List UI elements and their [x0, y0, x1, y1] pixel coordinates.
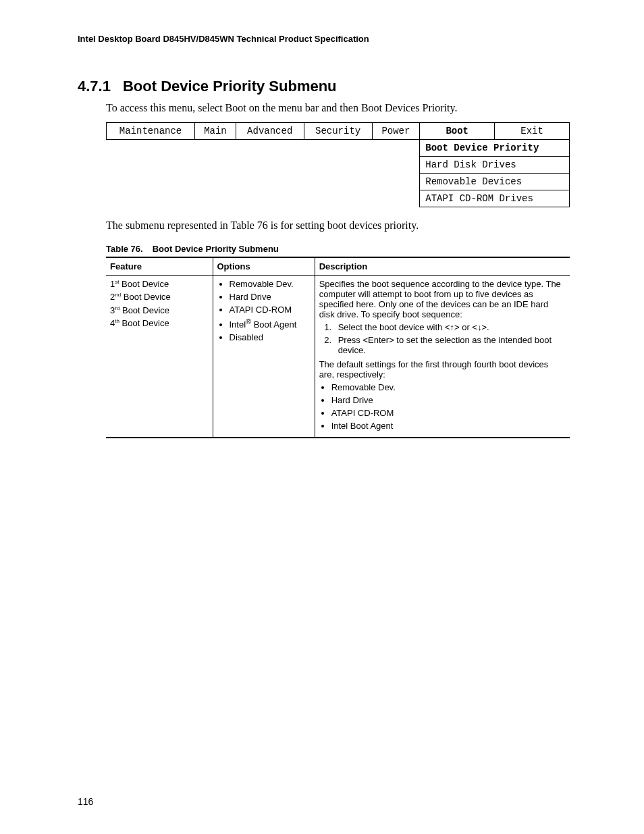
cell-options: Removable Dev. Hard Drive ATAPI CD-ROM I…	[213, 276, 315, 438]
after-menu-text: The submenu represented in Table 76 is f…	[106, 219, 570, 232]
submenu-atapi-cdrom: ATAPI CD-ROM Drives	[420, 190, 570, 207]
option-atapi-cdrom: ATAPI CD-ROM	[230, 305, 311, 315]
menu-tab-security: Security	[304, 123, 372, 140]
section-heading: 4.7.1Boot Device Priority Submenu	[78, 78, 570, 95]
default-atapi-cdrom: ATAPI CD-ROM	[331, 408, 566, 418]
option-disabled: Disabled	[230, 332, 311, 342]
menu-tab-boot: Boot	[420, 123, 495, 140]
menu-tab-main: Main	[195, 123, 236, 140]
section-number: 4.7.1	[78, 78, 111, 95]
feature-4-suffix: th	[115, 318, 119, 324]
col-header-description: Description	[315, 257, 570, 276]
col-header-feature: Feature	[106, 257, 213, 276]
table-caption-number: Table 76.	[106, 244, 143, 254]
col-header-options: Options	[213, 257, 315, 276]
bios-menu-bar: Maintenance Main Advanced Security Power…	[106, 122, 570, 207]
desc-step-2: Press <Enter> to set the selection as th…	[334, 335, 566, 355]
submenu-boot-device-priority: Boot Device Priority	[420, 140, 570, 157]
feature-2-label: Boot Device	[121, 292, 171, 303]
option-intel-boot-agent: Intel® Boot Agent	[230, 317, 311, 330]
desc-paragraph-2: The default settings for the first throu…	[319, 359, 566, 380]
submenu-removable-devices: Removable Devices	[420, 174, 570, 190]
desc-step-1: Select the boot device with <↑> or <↓>.	[334, 322, 566, 332]
intro-text: To access this menu, select Boot on the …	[106, 102, 570, 114]
menu-tab-exit: Exit	[495, 123, 570, 140]
table-caption-title: Boot Device Priority Submenu	[153, 244, 279, 254]
boot-device-priority-table: Feature Options Description 1st Boot Dev…	[106, 257, 570, 438]
page-number: 116	[78, 796, 93, 807]
section-title: Boot Device Priority Submenu	[123, 78, 337, 95]
table-caption: Table 76.Boot Device Priority Submenu	[106, 244, 570, 254]
menu-tab-advanced: Advanced	[236, 123, 304, 140]
cell-feature: 1st Boot Device 2nd Boot Device 3rd Boot…	[106, 276, 213, 438]
feature-3-label: Boot Device	[119, 305, 169, 315]
default-removable-dev: Removable Dev.	[331, 382, 566, 392]
table-row: 1st Boot Device 2nd Boot Device 3rd Boot…	[106, 276, 570, 438]
option-removable-dev: Removable Dev.	[230, 279, 311, 289]
feature-1-label: Boot Device	[119, 279, 169, 289]
option-hard-drive: Hard Drive	[230, 292, 311, 302]
default-hard-drive: Hard Drive	[331, 395, 566, 405]
menu-tab-power: Power	[372, 123, 420, 140]
running-header: Intel Desktop Board D845HV/D845WN Techni…	[78, 34, 570, 44]
cell-description: Specifies the boot sequence according to…	[315, 276, 570, 438]
menu-tab-maintenance: Maintenance	[107, 123, 195, 140]
submenu-hard-disk-drives: Hard Disk Drives	[420, 157, 570, 174]
feature-4-label: Boot Device	[119, 318, 169, 328]
feature-2-suffix: nd	[115, 292, 121, 298]
default-intel-boot-agent: Intel Boot Agent	[331, 421, 566, 431]
desc-paragraph-1: Specifies the boot sequence according to…	[319, 279, 566, 319]
